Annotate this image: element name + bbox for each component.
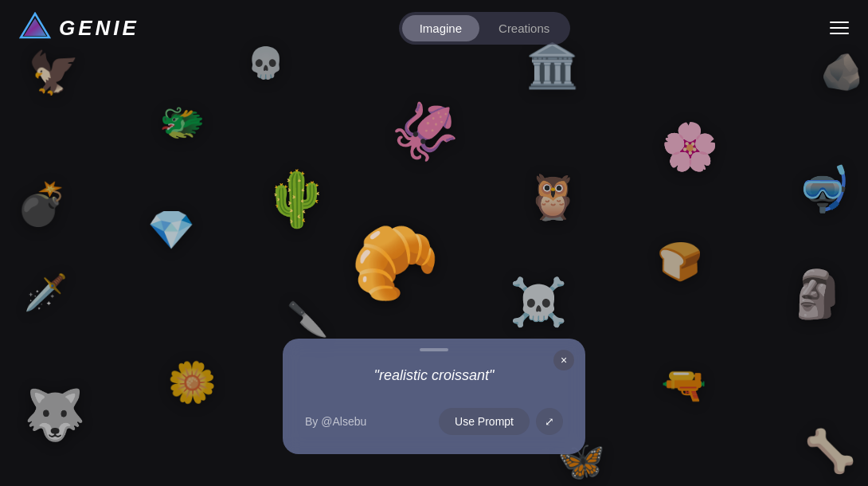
bg-object-obj11: 💣 (16, 183, 68, 225)
close-button[interactable]: × (553, 350, 574, 370)
popup-author: By @Alsebu (305, 415, 366, 428)
menu-line-1 (830, 22, 849, 23)
header: GENIE Imagine Creations (0, 0, 868, 56)
menu-icon[interactable] (830, 22, 849, 34)
bg-object-obj13: 🗡️ (24, 275, 68, 310)
bg-object-obj10: 💎 (147, 211, 195, 249)
bg-object-obj7: 🦉 (526, 175, 581, 219)
bg-object-obj9: 🤿 (796, 167, 851, 211)
popup-actions: Use Prompt ⤢ (439, 408, 563, 435)
expand-button[interactable]: ⤢ (536, 408, 563, 435)
logo-text: GENIE (59, 16, 139, 41)
drag-handle (420, 348, 448, 351)
bg-object-obj18: 🗿 (788, 271, 846, 317)
bg-object-obj14: 🐺 (24, 390, 85, 440)
bg-object-obj8: 🌸 (661, 123, 718, 170)
menu-line-3 (830, 33, 849, 34)
popup-prompt-text: "realistic croissant" (305, 367, 563, 384)
bg-object-obj5: 🌵 (263, 171, 330, 225)
bg-object-obj2: 🐲 (159, 104, 205, 140)
bg-object-obj15: 🌼 (167, 363, 217, 402)
use-prompt-button[interactable]: Use Prompt (439, 408, 530, 435)
bg-object-obj1: 🦅 (28, 52, 80, 93)
logo-area: GENIE (19, 12, 139, 44)
menu-line-2 (830, 27, 849, 29)
bg-object-obj21: 🔪 (287, 303, 328, 336)
tab-creations[interactable]: Creations (481, 15, 567, 41)
bg-object-obj20: 🍞 (657, 243, 702, 280)
bg-object-obj4: 🦑 (390, 104, 459, 159)
bg-object-obj19: 🥐 (350, 227, 440, 299)
bg-object-obj22: 🪨 (820, 54, 864, 89)
logo-icon (19, 12, 51, 44)
bg-object-obj17: ☠️ (510, 279, 567, 325)
tab-imagine[interactable]: Imagine (402, 15, 479, 41)
bg-object-obj16: 🦴 (804, 430, 856, 472)
nav-tabs: Imagine Creations (399, 12, 571, 45)
bg-object-obj12: 🔫 (661, 366, 706, 403)
popup-card: × "realistic croissant" By @Alsebu Use P… (283, 339, 585, 454)
popup-footer: By @Alsebu Use Prompt ⤢ (305, 408, 563, 435)
expand-icon: ⤢ (545, 415, 554, 428)
